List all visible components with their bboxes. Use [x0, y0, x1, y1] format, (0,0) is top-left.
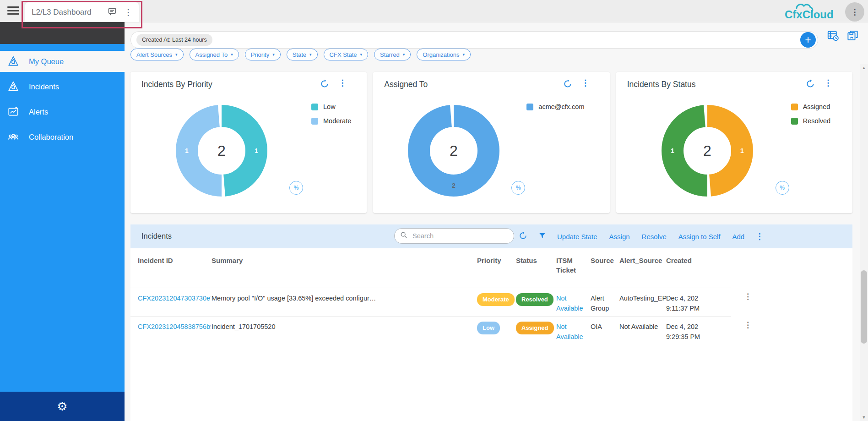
- refresh-icon[interactable]: [519, 231, 527, 242]
- chart-legend: AssignedResolved: [791, 103, 830, 131]
- svg-text:2: 2: [703, 142, 711, 159]
- filter-funnel-icon[interactable]: [538, 232, 546, 241]
- refresh-icon[interactable]: [806, 79, 815, 90]
- legend-swatch: [791, 118, 798, 125]
- legend-item[interactable]: Moderate: [311, 117, 351, 125]
- filter-bar: Created At: Last 24 hours +: [130, 31, 818, 49]
- filter-pill-assigned-to[interactable]: Assigned To▾: [190, 49, 239, 60]
- vertical-scrollbar[interactable]: ▲ ▼: [860, 64, 868, 421]
- svg-text:2: 2: [217, 142, 226, 159]
- card-kebab-icon[interactable]: ⋮: [581, 78, 590, 88]
- add-filter-button[interactable]: +: [800, 32, 816, 48]
- svg-text:1: 1: [671, 147, 674, 154]
- legend-swatch: [526, 104, 533, 110]
- resolve-link[interactable]: Resolve: [642, 233, 667, 241]
- incidents-panel-header: Incidents Update StateAssignResolveAssig…: [130, 224, 852, 248]
- sidebar-footer: ⚙: [0, 392, 125, 421]
- legend-swatch: [791, 104, 798, 110]
- toolbar-kebab-icon[interactable]: ⋮: [755, 231, 764, 241]
- scroll-up-arrow[interactable]: ▲: [860, 64, 868, 71]
- summary-cell: Incident_1701705520: [212, 322, 468, 332]
- assign-link[interactable]: Assign: [609, 233, 630, 241]
- dashboard-history-icon[interactable]: [827, 29, 839, 44]
- update-state-link[interactable]: Update State: [557, 233, 597, 241]
- legend-label: acme@cfx.com: [538, 103, 584, 110]
- filter-pill-starred[interactable]: Starred▾: [374, 49, 411, 60]
- copy-dashboard-icon[interactable]: [846, 29, 859, 44]
- search-input[interactable]: [412, 232, 500, 240]
- search-box[interactable]: [394, 228, 514, 244]
- column-header-summary: Summary: [212, 256, 468, 265]
- donut-chart: 112: [657, 100, 758, 201]
- gear-icon[interactable]: ⚙: [57, 399, 67, 414]
- created-at-filter-chip[interactable]: Created At: Last 24 hours: [136, 34, 212, 46]
- status-badge: Assigned: [516, 322, 554, 334]
- itsm-ticket-link[interactable]: Not Available: [556, 295, 583, 312]
- svg-text:2: 2: [450, 142, 458, 159]
- card-kebab-icon[interactable]: ⋮: [338, 78, 347, 88]
- row-kebab-icon[interactable]: ⋮: [744, 292, 752, 301]
- hamburger-menu-icon[interactable]: [7, 6, 19, 16]
- filter-pill-alert-sources[interactable]: Alert Sources▾: [130, 49, 184, 60]
- dashboard-tab[interactable]: L2/L3 Dashboard ⋮: [25, 2, 139, 22]
- incident-id-link[interactable]: CFX202312047303730e7f: [138, 295, 211, 302]
- sidebar-item-collaboration[interactable]: Collaboration: [0, 126, 125, 148]
- chevron-down-icon: ▾: [403, 52, 405, 57]
- scroll-down-arrow[interactable]: ▼: [860, 414, 868, 421]
- card-incidents-by-priority: Incidents By Priority ⋮ 112 LowModerate …: [130, 72, 367, 213]
- legend-item[interactable]: Resolved: [791, 117, 830, 125]
- card-title: Incidents By Status: [627, 80, 696, 89]
- tab-kebab-icon[interactable]: ⋮: [124, 7, 132, 17]
- add-link[interactable]: Add: [732, 233, 745, 241]
- percent-toggle-button[interactable]: %: [511, 181, 525, 195]
- card-incidents-by-status: Incidents By Status ⋮ 112 AssignedResolv…: [616, 72, 852, 213]
- donut-chart: 22: [403, 100, 504, 201]
- card-kebab-icon[interactable]: ⋮: [824, 78, 832, 88]
- refresh-icon[interactable]: [563, 79, 572, 90]
- sidebar-item-my-queue[interactable]: My Queue: [0, 51, 125, 72]
- incident-id-link[interactable]: CFX202312045838756b95: [138, 323, 211, 330]
- alert-source-cell: AutoTesting_EP: [619, 293, 665, 303]
- legend-item[interactable]: Low: [311, 103, 351, 110]
- legend-label: Low: [323, 103, 336, 110]
- monitor-chart-icon: [7, 105, 20, 118]
- sidebar-item-label: Alerts: [29, 108, 48, 116]
- logo-text: CfxCloud: [785, 8, 834, 21]
- column-header-incident-id: Incident ID: [138, 256, 211, 265]
- filter-pill-cfx-state[interactable]: CFX State▾: [324, 49, 369, 60]
- itsm-ticket-link[interactable]: Not Available: [556, 323, 583, 340]
- row-kebab-icon[interactable]: ⋮: [744, 320, 752, 330]
- legend-item[interactable]: acme@cfx.com: [526, 103, 584, 110]
- user-avatar-menu[interactable]: ⋮: [845, 2, 864, 22]
- percent-toggle-button[interactable]: %: [289, 181, 303, 195]
- sidebar: My Queue Incidents Alerts: [0, 22, 125, 421]
- filter-pill-organizations[interactable]: Organizations▾: [417, 49, 471, 60]
- cfxcloud-logo: CfxCloud: [784, 1, 844, 22]
- sidebar-item-incidents[interactable]: Incidents: [0, 76, 125, 97]
- svg-text:2: 2: [452, 182, 456, 189]
- priority-badge: Moderate: [477, 293, 515, 306]
- card-title: Incidents By Priority: [141, 80, 212, 89]
- filter-pill-state[interactable]: State▾: [287, 49, 318, 60]
- chevron-down-icon: ▾: [175, 52, 178, 57]
- filter-pill-priority[interactable]: Priority▾: [245, 49, 281, 60]
- svg-text:1: 1: [255, 147, 258, 154]
- source-cell: Alert Group: [591, 293, 617, 313]
- scrollbar-thumb[interactable]: [861, 270, 867, 344]
- percent-toggle-button[interactable]: %: [776, 181, 789, 195]
- sidebar-item-alerts[interactable]: Alerts: [0, 101, 125, 122]
- assign-to-self-link[interactable]: Assign to Self: [678, 233, 721, 241]
- legend-item[interactable]: Assigned: [791, 103, 830, 110]
- comment-icon[interactable]: [108, 7, 117, 18]
- created-cell: Dec 4, 2029:11:37 PM: [666, 293, 726, 313]
- legend-swatch: [311, 104, 318, 110]
- donut-chart: 112: [171, 100, 272, 201]
- flame-icon: [7, 55, 20, 68]
- charts-row: Incidents By Priority ⋮ 112 LowModerate …: [130, 72, 852, 213]
- refresh-icon[interactable]: [320, 79, 329, 90]
- svg-text:1: 1: [185, 147, 189, 154]
- source-cell: OIA: [591, 322, 617, 332]
- chart-legend: LowModerate: [311, 103, 351, 131]
- dashboard-title: L2/L3 Dashboard: [32, 8, 108, 17]
- legend-swatch: [311, 118, 318, 125]
